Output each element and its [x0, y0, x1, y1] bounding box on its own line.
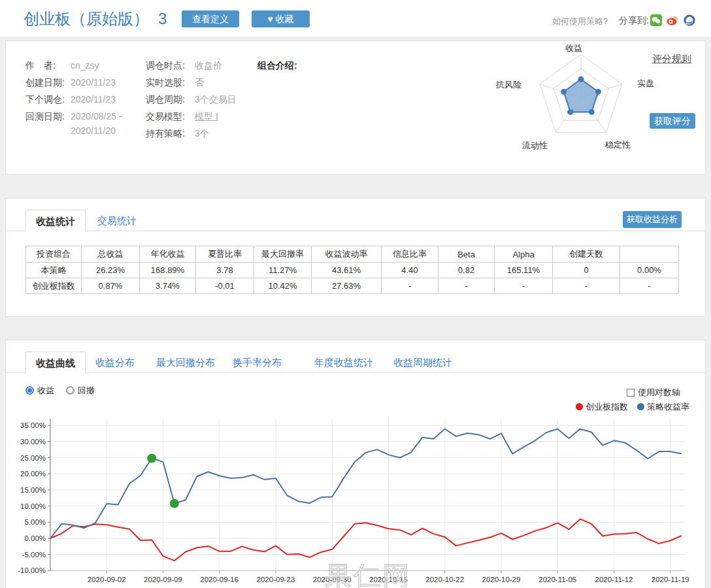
- table-cell: 43.61%: [312, 263, 382, 278]
- svg-text:0.00%: 0.00%: [24, 534, 46, 542]
- table-cell: 0: [553, 263, 620, 278]
- favorite-button[interactable]: ♥ 收藏: [252, 10, 310, 27]
- watermark: 果仁网: [325, 559, 411, 588]
- table-cell: -: [438, 278, 495, 294]
- info-label: 调仓时点:: [146, 60, 185, 72]
- table-header-cell: Alpha: [495, 246, 553, 263]
- returns-line-chart: 35.00%30.00%25.00%20.00%15.00%10.00%5.00…: [6, 340, 705, 587]
- info-value: 否: [195, 77, 204, 89]
- info-value: 2020/11/23: [71, 94, 116, 105]
- table-cell: 26.23%: [82, 263, 140, 278]
- radar-axis-4: 抗风险: [496, 79, 521, 91]
- info-label: 作 者:: [25, 60, 56, 72]
- info-value: 收盘价: [195, 60, 222, 72]
- table-cell: 0.82: [438, 263, 495, 278]
- tabs-divider: [6, 231, 705, 231]
- strategy-name: 创业板（原始版）: [24, 10, 149, 27]
- svg-text:2020-11-19: 2020-11-19: [652, 576, 689, 583]
- table-cell: 168.89%: [140, 263, 196, 278]
- statistics-card: 收益统计 交易统计 获取收益分析 投资组合总收益年化收益夏普比率最大回撤率收益波…: [5, 198, 706, 317]
- table-cell: 0.00%: [620, 263, 679, 278]
- table-cell: 27.63%: [312, 278, 382, 294]
- radar-axis-0: 收益: [565, 42, 582, 54]
- info-value: 2020/11/20: [71, 125, 116, 136]
- statistics-table: 投资组合总收益年化收益夏普比率最大回撤率收益波动率信息比率BetaAlpha创建…: [25, 246, 679, 294]
- svg-text:2020-11-12: 2020-11-12: [595, 576, 633, 583]
- table-header-cell: 最大回撤率: [254, 246, 312, 263]
- top-header-bar: 创业板（原始版）3 查看定义 ♥ 收藏 如何使用策略? 分享到:: [0, 0, 711, 37]
- table-header-cell: 总收益: [82, 246, 140, 263]
- svg-text:20.00%: 20.00%: [20, 470, 46, 478]
- table-cell: 4.40: [382, 263, 438, 278]
- svg-text:2020-09-16: 2020-09-16: [200, 576, 239, 583]
- info-label: 实时选股:: [146, 77, 185, 89]
- get-return-analysis-button[interactable]: 获取收益分析: [623, 211, 682, 228]
- table-row: 本策略26.23%168.89%3.7811.27%43.61%4.400.82…: [26, 263, 679, 278]
- info-value: cn_zsy: [71, 60, 99, 71]
- table-cell: 165.11%: [495, 263, 553, 278]
- table-header-cell: 收益波动率: [312, 246, 382, 263]
- info-label: 持有策略:: [146, 128, 185, 140]
- table-header-cell: Beta: [438, 246, 495, 263]
- portfolio-intro-label: 组合介绍:: [257, 60, 297, 72]
- info-value: 2020/08/25 -: [71, 111, 122, 122]
- table-row: 创业板指数0.87%3.74%-0.0110.42%27.63%-----: [26, 278, 679, 294]
- svg-text:10.00%: 10.00%: [20, 502, 46, 510]
- svg-text:2020-10-22: 2020-10-22: [425, 576, 464, 583]
- table-cell: 3.78: [196, 263, 254, 278]
- get-score-button[interactable]: 获取评分: [650, 113, 695, 129]
- view-definition-button[interactable]: 查看定义: [182, 10, 239, 27]
- info-label: 下个调仓:: [25, 94, 65, 106]
- wechat-icon[interactable]: [650, 14, 662, 26]
- info-label: 交易模型:: [146, 111, 185, 123]
- table-header-cell: 投资组合: [26, 246, 82, 263]
- info-label: 回测日期:: [25, 111, 65, 123]
- svg-text:15.00%: 15.00%: [20, 486, 46, 494]
- weibo-icon[interactable]: [667, 14, 678, 26]
- table-cell: -: [620, 278, 679, 294]
- info-label: 创建日期:: [25, 77, 65, 89]
- table-cell: 0.87%: [82, 278, 140, 294]
- svg-text:-5.00%: -5.00%: [22, 551, 46, 559]
- svg-text:2020-09-09: 2020-09-09: [144, 576, 182, 583]
- share-to-label: 分享到:: [619, 15, 649, 27]
- info-label: 调仓周期:: [146, 94, 185, 106]
- tab-trade-statistics[interactable]: 交易统计: [97, 215, 137, 227]
- rebalance-marker: [170, 499, 179, 508]
- table-cell: 3.74%: [140, 278, 196, 294]
- table-header-cell: 夏普比率: [196, 246, 254, 263]
- table-cell: 创业板指数: [26, 278, 82, 294]
- svg-text:25.00%: 25.00%: [20, 454, 46, 462]
- svg-text:2020-11-05: 2020-11-05: [538, 576, 576, 583]
- radar-axis-3: 流动性: [522, 140, 548, 152]
- info-value: 3个交易日: [195, 94, 237, 106]
- tab-return-curve[interactable]: 收益曲线: [25, 351, 86, 373]
- strategy-number: 3: [158, 10, 167, 27]
- svg-text:-10.00%: -10.00%: [18, 566, 46, 574]
- radar-axis-1: 实盘: [637, 78, 654, 90]
- page-title: 创业板（原始版）3: [24, 8, 167, 29]
- svg-text:2020-10-29: 2020-10-29: [482, 576, 521, 583]
- table-header-cell: 创建天数: [553, 246, 620, 263]
- svg-text:30.00%: 30.00%: [20, 438, 46, 446]
- radar-axis-2: 稳定性: [605, 139, 631, 151]
- chart-card: 收益曲线 收益分布最大回撤分布换手率分布年度收益统计收益周期统计 收益 回撤 使…: [5, 340, 706, 588]
- table-cell: -0.01: [196, 278, 254, 294]
- tencent-weibo-icon[interactable]: [684, 14, 695, 26]
- info-value: 3个: [195, 128, 209, 140]
- table-header-cell: [620, 246, 679, 263]
- svg-text:2020-09-23: 2020-09-23: [257, 576, 295, 583]
- score-rules-link[interactable]: 评分规则: [652, 53, 691, 65]
- table-cell: -: [553, 278, 620, 294]
- table-cell: -: [382, 278, 438, 294]
- table-header-cell: 信息比率: [382, 246, 438, 263]
- tab-return-statistics[interactable]: 收益统计: [25, 210, 86, 231]
- how-to-use-link[interactable]: 如何使用策略?: [552, 16, 608, 27]
- model-link[interactable]: 模型 I: [195, 111, 218, 123]
- table-cell: 11.27%: [254, 263, 312, 278]
- table-header-cell: 年化收益: [140, 246, 196, 263]
- info-value: 2020/11/23: [71, 77, 116, 88]
- strategy-info-card: 作 者: cn_zsy创建日期: 2020/11/23下个调仓: 2020/11…: [5, 41, 706, 174]
- rebalance-marker: [147, 453, 156, 463]
- svg-text:5.00%: 5.00%: [24, 518, 46, 526]
